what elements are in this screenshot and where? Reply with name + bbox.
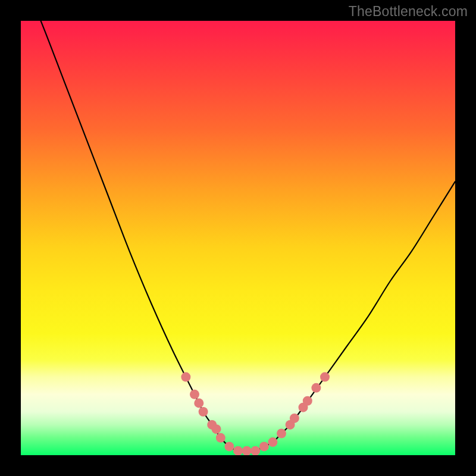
marker-point [290, 414, 299, 423]
marker-group [181, 372, 330, 455]
marker-point [259, 441, 269, 451]
plot-area [21, 21, 455, 455]
watermark-text: TheBottleneck.com [349, 4, 468, 20]
marker-point [216, 433, 226, 443]
marker-point [320, 372, 330, 382]
marker-point [277, 429, 286, 439]
marker-point [194, 398, 203, 408]
marker-point [303, 396, 312, 406]
marker-point [242, 446, 252, 455]
chart-frame: TheBottleneck.com [0, 0, 476, 476]
marker-point [224, 441, 234, 451]
marker-point [250, 446, 260, 455]
marker-point [212, 424, 221, 434]
marker-point [181, 372, 190, 382]
marker-point [311, 383, 321, 393]
marker-point [199, 407, 208, 416]
curve-layer [21, 21, 455, 455]
bottleneck-curve [21, 21, 455, 451]
marker-point [190, 390, 199, 399]
marker-point [233, 446, 243, 455]
marker-point [268, 437, 277, 447]
